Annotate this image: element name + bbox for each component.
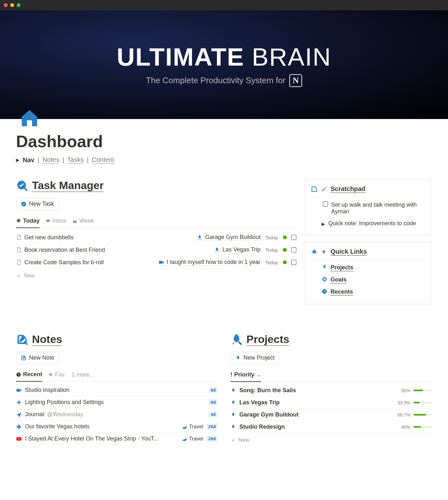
task-context-link[interactable]: I taught myself how to code in 1 year xyxy=(158,259,260,266)
video-icon xyxy=(16,387,22,393)
note-row[interactable]: I Stayed At Every Hotel On The Vegas Str… xyxy=(16,433,218,445)
breadcrumb-content[interactable]: Content xyxy=(92,156,114,164)
task-tabs: ☀ Today Inbox Week xyxy=(16,217,296,228)
toggle-arrow-icon[interactable]: ▶ xyxy=(16,157,20,163)
breadcrumb-notes[interactable]: Notes xyxy=(43,156,59,164)
svg-point-11 xyxy=(18,401,20,404)
sun-icon: ☀ xyxy=(16,217,21,224)
tab-fav[interactable]: Fav. xyxy=(48,371,66,381)
task-date: Today xyxy=(264,235,280,240)
tab-more[interactable]: 1 more... xyxy=(72,371,94,381)
age-badge: 28d xyxy=(206,436,218,442)
rocket-icon xyxy=(230,400,236,406)
project-row[interactable]: Las Vegas Trip 33.3% xyxy=(230,397,432,409)
quick-links-card: Quick Links Projects Goals Recents xyxy=(304,242,432,304)
task-context-link[interactable]: Garage Gym Buildout xyxy=(197,234,260,241)
projects-list: Song: Burn the Sails 50% Las Vegas Trip … xyxy=(230,385,432,447)
task-checkbox[interactable] xyxy=(291,247,296,252)
maximize-window-button[interactable] xyxy=(17,3,20,7)
task-row[interactable]: Book reservation at Best Friend Las Vega… xyxy=(16,244,296,256)
tab-inbox[interactable]: Inbox xyxy=(45,218,67,227)
hero-title-bold: ULTIMATE xyxy=(117,43,244,71)
svg-rect-10 xyxy=(17,389,20,392)
bolt-icon xyxy=(321,249,327,255)
check-badge-icon xyxy=(16,179,28,192)
hero-banner: ULTIMATE BRAIN The Complete Productivity… xyxy=(0,10,448,119)
age-badge: 0d xyxy=(209,387,218,393)
age-badge: 28d xyxy=(206,424,218,430)
progress-bar xyxy=(413,426,432,428)
hero-title-light: BRAIN xyxy=(252,43,331,71)
age-badge: 4d xyxy=(209,411,218,417)
exclamation-icon: ! xyxy=(230,371,232,378)
window-titlebar xyxy=(0,0,448,10)
task-manager-heading[interactable]: Task Manager xyxy=(16,179,296,192)
breadcrumb-tasks[interactable]: Tasks xyxy=(67,156,84,164)
note-row[interactable]: Journal: @Wednesday 4d xyxy=(16,409,218,421)
new-task-button[interactable]: New Task xyxy=(16,198,59,210)
travel-icon xyxy=(182,436,188,442)
task-date: Today xyxy=(264,260,280,265)
task-checkbox[interactable] xyxy=(291,260,296,265)
note-row[interactable]: Our favorite Vegas hotels Travel 28d xyxy=(16,421,218,433)
svg-rect-3 xyxy=(73,219,77,220)
toggle-arrow-icon[interactable]: ▶ xyxy=(322,221,325,226)
scratchpad-heading[interactable]: Scratchpad xyxy=(311,185,425,197)
status-dot xyxy=(283,248,287,252)
svg-point-14 xyxy=(19,426,21,428)
task-context-link[interactable]: Las Vegas Trip xyxy=(214,246,260,253)
close-window-button[interactable] xyxy=(4,3,8,7)
tab-priority[interactable]: ! Priority ⌄ xyxy=(230,371,261,382)
quick-link-projects[interactable]: Projects xyxy=(322,262,425,274)
new-project-row[interactable]: ＋ New xyxy=(230,433,432,447)
notes-heading[interactable]: Notes xyxy=(16,333,218,346)
quick-link-goals[interactable]: Goals xyxy=(322,274,425,286)
scratchpad-item[interactable]: Set up walk and talk meeting with Ayman xyxy=(322,199,425,218)
hero-subtitle: The Complete Productivity System for N xyxy=(146,74,302,87)
hero-title: ULTIMATE BRAIN xyxy=(117,43,332,72)
star-icon xyxy=(311,248,318,255)
svg-point-7 xyxy=(324,279,325,280)
task-row[interactable]: Create Code Samples for b-roll I taught … xyxy=(16,256,296,269)
note-edit-icon xyxy=(16,333,28,345)
breadcrumb: ▶ Nav | Notes | Tasks | Content xyxy=(16,156,432,164)
new-note-button[interactable]: New Note xyxy=(16,352,59,364)
new-task-row[interactable]: ＋ New xyxy=(16,269,296,282)
rocket-large-icon xyxy=(230,333,243,345)
home-icon xyxy=(19,107,40,128)
sun-icon xyxy=(16,400,22,405)
quick-links-heading[interactable]: Quick Links xyxy=(311,248,425,260)
task-date: Today xyxy=(264,247,280,253)
pencil-icon xyxy=(321,186,327,192)
tab-recent[interactable]: Recent xyxy=(16,371,42,382)
quick-link-recents[interactable]: Recents xyxy=(322,286,425,298)
breadcrumb-nav[interactable]: Nav xyxy=(23,156,35,164)
page-icon xyxy=(16,234,22,240)
project-row[interactable]: Garage Gym Buildout 66.7% xyxy=(230,409,432,421)
svg-point-13 xyxy=(17,426,19,428)
projects-heading[interactable]: Projects xyxy=(230,333,432,346)
travel-icon xyxy=(182,424,188,430)
note-row[interactable]: Lighting Positions and Settings 0d xyxy=(16,396,218,409)
target-icon xyxy=(322,276,327,282)
progress-bar xyxy=(413,402,432,403)
task-checkbox[interactable] xyxy=(291,235,296,240)
task-row[interactable]: Get new dumbbells Garage Gym Buildout To… xyxy=(16,231,296,244)
new-project-button[interactable]: New Project xyxy=(230,352,279,364)
scratchpad-item[interactable]: ▶ Quick note: Improvements to code xyxy=(322,218,425,229)
notion-logo-icon: N xyxy=(289,74,302,87)
status-dot xyxy=(283,260,287,264)
rocket-icon xyxy=(322,264,327,270)
note-row[interactable]: Studio Inspiration 0d xyxy=(16,384,218,396)
project-row[interactable]: Song: Burn the Sails 50% xyxy=(230,385,432,397)
checkbox[interactable] xyxy=(323,202,328,207)
rocket-icon xyxy=(197,234,203,240)
project-row[interactable]: Studio Redesign 40% xyxy=(230,421,432,433)
clock-icon xyxy=(322,289,327,294)
projects-tabs: ! Priority ⌄ xyxy=(230,371,432,382)
page-icon xyxy=(16,259,22,265)
minimize-window-button[interactable] xyxy=(10,3,14,7)
tab-today[interactable]: ☀ Today xyxy=(16,217,40,228)
rocket-icon xyxy=(230,412,236,418)
tab-week[interactable]: Week xyxy=(72,218,94,227)
